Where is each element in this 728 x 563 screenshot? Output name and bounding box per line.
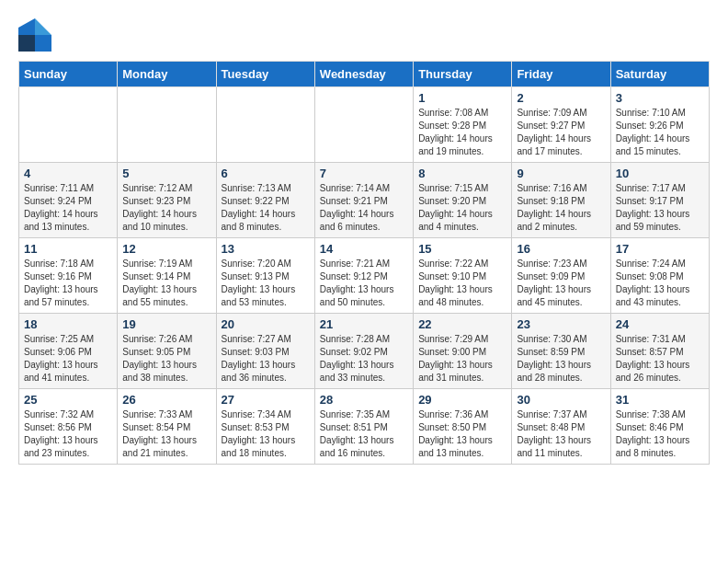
calendar-cell: 11Sunrise: 7:18 AMSunset: 9:16 PMDayligh…: [19, 238, 118, 314]
calendar-week-row: 18Sunrise: 7:25 AMSunset: 9:06 PMDayligh…: [19, 314, 710, 389]
cell-date-number: 1: [418, 91, 506, 105]
calendar-cell: [19, 87, 118, 163]
calendar-cell: 7Sunrise: 7:14 AMSunset: 9:21 PMDaylight…: [314, 163, 413, 238]
cell-date-number: 10: [616, 167, 704, 180]
calendar-cell: 27Sunrise: 7:34 AMSunset: 8:53 PMDayligh…: [216, 389, 314, 465]
cell-info-text: Sunrise: 7:28 AMSunset: 9:02 PMDaylight:…: [320, 333, 408, 385]
calendar-cell: 17Sunrise: 7:24 AMSunset: 9:08 PMDayligh…: [610, 238, 709, 314]
cell-date-number: 20: [222, 317, 310, 331]
cell-info-text: Sunrise: 7:31 AMSunset: 8:57 PMDaylight:…: [616, 333, 704, 385]
calendar-cell: 24Sunrise: 7:31 AMSunset: 8:57 PMDayligh…: [610, 314, 709, 389]
cell-info-text: Sunrise: 7:12 AMSunset: 9:23 PMDaylight:…: [122, 182, 210, 234]
cell-date-number: 27: [222, 393, 310, 407]
cell-date-number: 19: [122, 317, 210, 331]
calendar-cell: 15Sunrise: 7:22 AMSunset: 9:10 PMDayligh…: [414, 238, 512, 314]
svg-marker-2: [35, 18, 51, 35]
cell-info-text: Sunrise: 7:23 AMSunset: 9:09 PMDaylight:…: [517, 258, 605, 309]
cell-date-number: 31: [616, 393, 704, 407]
calendar-cell: 20Sunrise: 7:27 AMSunset: 9:03 PMDayligh…: [216, 314, 314, 389]
cell-info-text: Sunrise: 7:37 AMSunset: 8:48 PMDaylight:…: [517, 408, 605, 460]
cell-info-text: Sunrise: 7:14 AMSunset: 9:21 PMDaylight:…: [320, 182, 408, 234]
day-header-friday: Friday: [512, 62, 610, 87]
cell-info-text: Sunrise: 7:36 AMSunset: 8:50 PMDaylight:…: [418, 408, 506, 460]
cell-date-number: 25: [24, 393, 112, 407]
calendar-cell: 6Sunrise: 7:13 AMSunset: 9:22 PMDaylight…: [216, 163, 314, 238]
cell-info-text: Sunrise: 7:16 AMSunset: 9:18 PMDaylight:…: [517, 182, 605, 234]
cell-date-number: 4: [24, 167, 112, 180]
calendar-week-row: 4Sunrise: 7:11 AMSunset: 9:24 PMDaylight…: [19, 163, 710, 238]
cell-date-number: 17: [616, 242, 704, 256]
cell-info-text: Sunrise: 7:29 AMSunset: 9:00 PMDaylight:…: [418, 333, 506, 385]
calendar-cell: 4Sunrise: 7:11 AMSunset: 9:24 PMDaylight…: [19, 163, 118, 238]
day-header-sunday: Sunday: [19, 62, 118, 87]
calendar-cell: 13Sunrise: 7:20 AMSunset: 9:13 PMDayligh…: [216, 238, 314, 314]
page-header: [18, 18, 710, 52]
calendar-cell: 14Sunrise: 7:21 AMSunset: 9:12 PMDayligh…: [314, 238, 413, 314]
cell-info-text: Sunrise: 7:26 AMSunset: 9:05 PMDaylight:…: [122, 333, 210, 385]
calendar-cell: 28Sunrise: 7:35 AMSunset: 8:51 PMDayligh…: [314, 389, 413, 465]
cell-info-text: Sunrise: 7:21 AMSunset: 9:12 PMDaylight:…: [320, 258, 408, 309]
day-header-thursday: Thursday: [414, 62, 512, 87]
cell-info-text: Sunrise: 7:15 AMSunset: 9:20 PMDaylight:…: [418, 182, 506, 234]
calendar-cell: [314, 87, 413, 163]
cell-date-number: 11: [24, 242, 112, 256]
cell-date-number: 22: [418, 317, 506, 331]
cell-date-number: 9: [517, 167, 605, 180]
calendar-week-row: 11Sunrise: 7:18 AMSunset: 9:16 PMDayligh…: [19, 238, 710, 314]
cell-date-number: 18: [24, 317, 112, 331]
logo: [18, 18, 55, 52]
calendar-cell: 31Sunrise: 7:38 AMSunset: 8:46 PMDayligh…: [610, 389, 709, 465]
cell-date-number: 13: [222, 242, 310, 256]
calendar-cell: 10Sunrise: 7:17 AMSunset: 9:17 PMDayligh…: [610, 163, 709, 238]
calendar-cell: 18Sunrise: 7:25 AMSunset: 9:06 PMDayligh…: [19, 314, 118, 389]
cell-date-number: 5: [122, 167, 210, 180]
calendar-cell: 29Sunrise: 7:36 AMSunset: 8:50 PMDayligh…: [414, 389, 512, 465]
cell-info-text: Sunrise: 7:09 AMSunset: 9:27 PMDaylight:…: [517, 107, 605, 158]
day-header-tuesday: Tuesday: [216, 62, 314, 87]
cell-date-number: 30: [517, 393, 605, 407]
calendar-week-row: 25Sunrise: 7:32 AMSunset: 8:56 PMDayligh…: [19, 389, 710, 465]
calendar-cell: 21Sunrise: 7:28 AMSunset: 9:02 PMDayligh…: [314, 314, 413, 389]
cell-date-number: 12: [122, 242, 210, 256]
calendar-cell: 8Sunrise: 7:15 AMSunset: 9:20 PMDaylight…: [414, 163, 512, 238]
cell-date-number: 6: [222, 167, 310, 180]
cell-info-text: Sunrise: 7:24 AMSunset: 9:08 PMDaylight:…: [616, 258, 704, 309]
cell-info-text: Sunrise: 7:35 AMSunset: 8:51 PMDaylight:…: [320, 408, 408, 460]
svg-marker-3: [18, 18, 35, 35]
cell-info-text: Sunrise: 7:17 AMSunset: 9:17 PMDaylight:…: [616, 182, 704, 234]
calendar-header-row: SundayMondayTuesdayWednesdayThursdayFrid…: [19, 62, 710, 87]
cell-info-text: Sunrise: 7:11 AMSunset: 9:24 PMDaylight:…: [24, 182, 112, 234]
cell-info-text: Sunrise: 7:30 AMSunset: 8:59 PMDaylight:…: [517, 333, 605, 385]
calendar-cell: 30Sunrise: 7:37 AMSunset: 8:48 PMDayligh…: [512, 389, 610, 465]
calendar-cell: 12Sunrise: 7:19 AMSunset: 9:14 PMDayligh…: [118, 238, 216, 314]
cell-date-number: 24: [616, 317, 704, 331]
cell-info-text: Sunrise: 7:32 AMSunset: 8:56 PMDaylight:…: [24, 408, 112, 460]
cell-date-number: 23: [517, 317, 605, 331]
cell-info-text: Sunrise: 7:33 AMSunset: 8:54 PMDaylight:…: [122, 408, 210, 460]
cell-date-number: 7: [320, 167, 408, 180]
cell-date-number: 16: [517, 242, 605, 256]
cell-date-number: 29: [418, 393, 506, 407]
cell-info-text: Sunrise: 7:38 AMSunset: 8:46 PMDaylight:…: [616, 408, 704, 460]
cell-info-text: Sunrise: 7:13 AMSunset: 9:22 PMDaylight:…: [222, 182, 310, 234]
calendar-cell: [118, 87, 216, 163]
cell-info-text: Sunrise: 7:18 AMSunset: 9:16 PMDaylight:…: [24, 258, 112, 309]
calendar-week-row: 1Sunrise: 7:08 AMSunset: 9:28 PMDaylight…: [19, 87, 710, 163]
cell-info-text: Sunrise: 7:08 AMSunset: 9:28 PMDaylight:…: [418, 107, 506, 158]
cell-info-text: Sunrise: 7:27 AMSunset: 9:03 PMDaylight:…: [222, 333, 310, 385]
cell-date-number: 8: [418, 167, 506, 180]
cell-date-number: 26: [122, 393, 210, 407]
day-header-monday: Monday: [118, 62, 216, 87]
day-header-wednesday: Wednesday: [314, 62, 413, 87]
cell-info-text: Sunrise: 7:22 AMSunset: 9:10 PMDaylight:…: [418, 258, 506, 309]
calendar-cell: 26Sunrise: 7:33 AMSunset: 8:54 PMDayligh…: [118, 389, 216, 465]
cell-date-number: 28: [320, 393, 408, 407]
calendar-cell: 9Sunrise: 7:16 AMSunset: 9:18 PMDaylight…: [512, 163, 610, 238]
cell-date-number: 15: [418, 242, 506, 256]
calendar-cell: 1Sunrise: 7:08 AMSunset: 9:28 PMDaylight…: [414, 87, 512, 163]
day-header-saturday: Saturday: [610, 62, 709, 87]
cell-date-number: 3: [616, 91, 704, 105]
calendar-cell: 5Sunrise: 7:12 AMSunset: 9:23 PMDaylight…: [118, 163, 216, 238]
cell-info-text: Sunrise: 7:34 AMSunset: 8:53 PMDaylight:…: [222, 408, 310, 460]
calendar-cell: 16Sunrise: 7:23 AMSunset: 9:09 PMDayligh…: [512, 238, 610, 314]
